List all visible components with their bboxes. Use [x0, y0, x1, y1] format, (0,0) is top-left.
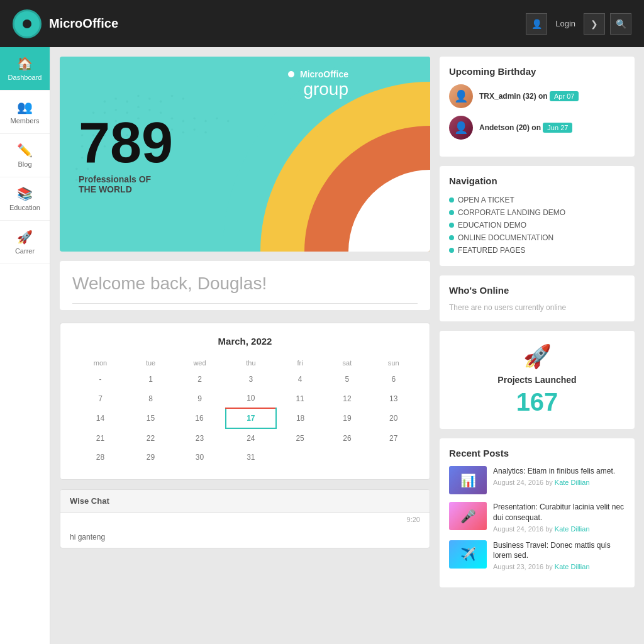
header: MicroOffice 👤 Login ❯ 🔍 — [0, 0, 644, 47]
cal-day[interactable]: 17 — [226, 408, 276, 428]
cal-day[interactable]: 9 — [174, 389, 226, 408]
birthday-date-2: Jun 27 — [543, 123, 572, 133]
chat-body: hi ganteng — [60, 526, 430, 548]
cal-header-sun: sun — [370, 356, 417, 370]
sidebar-label-education: Education — [9, 204, 40, 211]
birthday-avatar-2: 👤 — [449, 116, 473, 140]
logo-text: MicroOffice — [49, 16, 118, 31]
cal-day[interactable]: 18 — [276, 408, 325, 428]
cal-day[interactable]: 29 — [128, 448, 174, 467]
cal-day[interactable]: 4 — [276, 370, 325, 389]
post-item: ✈️Business Travel: Donec mattis quis lor… — [449, 540, 625, 571]
cal-day[interactable]: 27 — [370, 428, 417, 448]
birthday-info-2: Andetson (20) on Jun 27 — [479, 123, 625, 132]
nav-link-label: FEATURED PAGES — [458, 246, 526, 255]
cal-day[interactable]: 11 — [276, 389, 325, 408]
cal-day[interactable]: 1 — [128, 370, 174, 389]
nav-link-item[interactable]: FEATURED PAGES — [449, 244, 625, 257]
cal-day[interactable]: 10 — [226, 389, 276, 408]
hero-number: 789 Professionals OF THE WORLD — [60, 96, 192, 213]
post-author[interactable]: Kate Dillian — [555, 479, 590, 486]
post-thumbnail: 📊 — [449, 466, 487, 494]
cal-day[interactable]: 16 — [174, 408, 226, 428]
nav-dot — [449, 235, 454, 240]
post-item: 🎤Presentation: Curabitur lacinia velit n… — [449, 502, 625, 533]
cal-day[interactable]: 22 — [128, 428, 174, 448]
sidebar-item-blog[interactable]: ✏️ Blog — [0, 134, 50, 177]
post-title[interactable]: Analytics: Etiam in finibus felis amet. — [493, 466, 625, 477]
brand-dot — [288, 71, 294, 77]
post-item: 📊Analytics: Etiam in finibus felis amet.… — [449, 466, 625, 494]
forward-btn[interactable]: ❯ — [584, 13, 605, 35]
welcome-title: Welcome back, Douglas! — [72, 274, 418, 294]
cal-day[interactable]: - — [73, 370, 128, 389]
sidebar-item-carrer[interactable]: 🚀 Carrer — [0, 221, 50, 264]
post-title[interactable]: Business Travel: Donec mattis quis lorem… — [493, 540, 625, 562]
whos-online-message: There are no users currently online — [449, 303, 625, 312]
svg-point-34 — [204, 131, 207, 134]
cal-day[interactable]: 2 — [174, 370, 226, 389]
education-icon: 📚 — [17, 186, 33, 201]
cal-day[interactable]: 24 — [226, 428, 276, 448]
post-meta: August 24, 2016 by Kate Dillian — [493, 479, 625, 486]
main-layout: 🏠 Dashboard 👥 Members ✏️ Blog 📚 Educatio… — [0, 47, 644, 644]
sidebar-label-carrer: Carrer — [15, 247, 35, 255]
cal-day[interactable]: 21 — [73, 428, 128, 448]
cal-day[interactable]: 15 — [128, 408, 174, 428]
nav-dot — [449, 210, 454, 215]
rocket-icon: 🚀 — [452, 343, 622, 370]
sidebar-label-members: Members — [11, 117, 40, 125]
post-author[interactable]: Kate Dillian — [555, 525, 590, 533]
cal-header-thu: thu — [226, 356, 276, 370]
navigation-widget: Navigation OPEN A TICKETCORPORATE LANDIN… — [440, 166, 635, 266]
projects-count: 167 — [452, 388, 622, 416]
carrer-icon: 🚀 — [17, 230, 33, 245]
header-right: 👤 Login ❯ 🔍 — [526, 13, 631, 35]
cal-day[interactable]: 12 — [324, 389, 370, 408]
cal-day[interactable] — [370, 448, 417, 467]
dashboard-icon: 🏠 — [17, 56, 33, 71]
cal-day[interactable]: 25 — [276, 428, 325, 448]
cal-day[interactable]: 20 — [370, 408, 417, 428]
birthday-widget: Upcoming Birthday 👤 TRX_admin (32) on Ap… — [440, 57, 635, 157]
sidebar-item-education[interactable]: 📚 Education — [0, 177, 50, 221]
hero-big-number: 789 — [79, 114, 173, 171]
search-btn[interactable]: 🔍 — [610, 13, 631, 35]
cal-day[interactable]: 31 — [226, 448, 276, 467]
cal-header-mon: mon — [73, 356, 128, 370]
cal-day[interactable]: 23 — [174, 428, 226, 448]
login-button[interactable]: Login — [552, 19, 579, 28]
cal-day[interactable]: 6 — [370, 370, 417, 389]
chat-time: 9:20 — [60, 513, 430, 526]
post-title[interactable]: Presentation: Curabitur lacinia velit ne… — [493, 502, 625, 523]
nav-link-item[interactable]: CORPORATE LANDING DEMO — [449, 206, 625, 219]
nav-link-item[interactable]: OPEN A TICKET — [449, 194, 625, 206]
nav-dot — [449, 197, 454, 203]
nav-link-item[interactable]: ONLINE DOCUMENTATION — [449, 231, 625, 244]
post-author[interactable]: Kate Dillian — [555, 563, 590, 570]
sidebar-item-dashboard[interactable]: 🏠 Dashboard — [0, 47, 50, 91]
cal-day[interactable]: 28 — [73, 448, 128, 467]
sidebar-item-members[interactable]: 👥 Members — [0, 91, 50, 134]
nav-dot — [449, 223, 454, 228]
cal-day[interactable] — [324, 448, 370, 467]
cal-day[interactable]: 8 — [128, 389, 174, 408]
birthday-date-1: Apr 07 — [550, 91, 579, 101]
user-icon-btn[interactable]: 👤 — [526, 13, 547, 35]
cal-header-tue: tue — [128, 356, 174, 370]
cal-day[interactable]: 13 — [370, 389, 417, 408]
nav-link-item[interactable]: EDUCATION DEMO — [449, 219, 625, 231]
cal-day[interactable]: 3 — [226, 370, 276, 389]
cal-day[interactable] — [276, 448, 325, 467]
cal-day[interactable]: 14 — [73, 408, 128, 428]
cal-header-wed: wed — [174, 356, 226, 370]
svg-point-33 — [193, 128, 196, 131]
cal-day[interactable]: 5 — [324, 370, 370, 389]
content-area: 789 Professionals OF THE WORLD MicroOffi… — [50, 47, 644, 644]
cal-day[interactable]: 7 — [73, 389, 128, 408]
cal-day[interactable]: 30 — [174, 448, 226, 467]
cal-day[interactable]: 26 — [324, 428, 370, 448]
cal-day[interactable]: 19 — [324, 408, 370, 428]
chat-header: Wise Chat — [60, 490, 430, 513]
projects-label: Projects Launched — [452, 375, 622, 385]
